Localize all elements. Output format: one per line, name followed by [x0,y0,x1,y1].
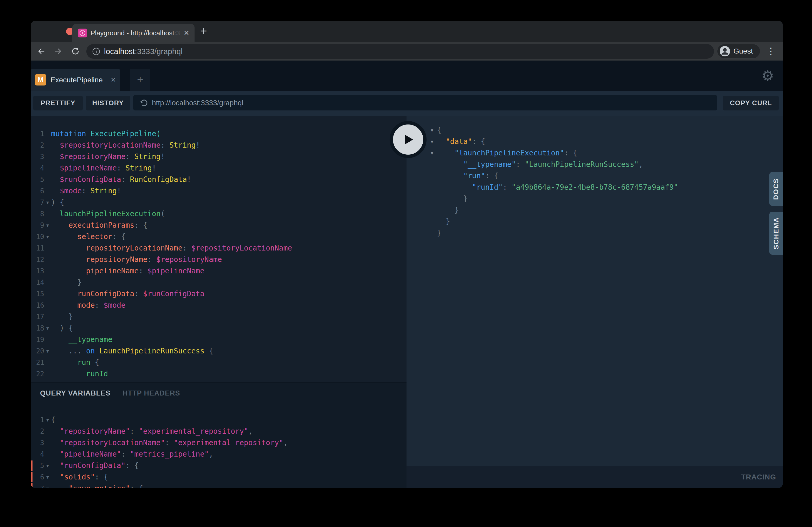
code-line: "__typename": "LaunchPipelineRunSuccess"… [407,159,783,170]
back-icon[interactable] [37,46,46,56]
browser-tab-close-icon[interactable]: ✕ [184,24,189,42]
refresh-endpoint-icon[interactable] [140,99,148,107]
code-line: ▾{ [407,124,783,136]
code-line: 13 pipelineName: $pipelineName [31,265,407,277]
collapse-spacer [407,159,437,170]
page-info-icon[interactable] [92,47,100,56]
collapse-spacer [407,227,437,239]
browser-tab-title: Playground - http://localhost:3 [90,24,182,42]
history-button[interactable]: HISTORY [86,96,130,110]
browser-tab[interactable]: Playground - http://localhost:3 ✕ [72,24,194,42]
fold-arrow-icon[interactable]: ▾ [44,471,51,483]
line-number: 2 [31,426,44,437]
code-text: "launchPipelineExecution": { [437,147,577,159]
code-text: $repositoryName: String! [51,151,165,162]
code-line: "runId": "a49b864a-79e2-4be8-b78c-687457… [407,182,783,193]
fold-spacer [44,139,51,151]
code-line: ▾ "launchPipelineExecution": { [407,147,783,159]
line-number: 4 [31,449,44,460]
code-line: 7▾) { [31,197,407,208]
code-line: 3 "repositoryLocationName": "experimenta… [31,437,407,449]
code-text: $pipelineName: String! [51,162,156,174]
playground-new-tab-button[interactable]: + [130,70,150,91]
collapse-spacer [407,170,437,182]
code-line: 1mutation ExecutePipeline( [31,128,407,139]
fold-spacer [44,368,51,380]
code-text: } [437,205,459,216]
code-line: } [407,193,783,205]
line-number: 9 [31,220,44,231]
code-line: 19 __typename [31,334,407,345]
code-text: } [51,277,82,288]
playground-tab-close-icon[interactable]: ✕ [111,69,116,91]
forward-icon[interactable] [54,46,63,56]
code-text: pipelineName: $pipelineName [51,265,204,277]
reload-icon[interactable] [71,46,80,56]
code-text: repositoryName: $repositoryName [51,254,222,265]
address-bar[interactable]: localhost:3333/graphql [86,44,714,59]
query-variables-panel: QUERY VARIABLES HTTP HEADERS 1▾{2 "repos… [31,382,407,488]
prettify-button[interactable]: PRETTIFY [33,96,83,110]
lint-error-marker [31,483,32,488]
browser-tab-strip: Playground - http://localhost:3 ✕ + [31,21,783,42]
variables-panel-tabs: QUERY VARIABLES HTTP HEADERS [31,382,407,404]
fold-arrow-icon[interactable]: ▾ [44,322,51,334]
tab-query-variables[interactable]: QUERY VARIABLES [40,389,111,397]
fold-arrow-icon[interactable]: ▾ [44,220,51,231]
code-text: executionParams: { [51,220,147,231]
line-number: 13 [31,265,44,277]
code-text: } [51,380,82,382]
line-number: 6 [31,185,44,197]
execute-play-button[interactable] [390,121,426,158]
response-pane[interactable]: ▾{▾ "data": {▾ "launchPipelineExecution"… [407,116,783,466]
docs-label: DOCS [772,178,780,199]
fold-arrow-icon[interactable]: ▾ [44,197,51,208]
code-line: 20▾ ... on LaunchPipelineRunSuccess { [31,345,407,357]
settings-gear-icon[interactable]: ⚙ [762,68,774,84]
schema-side-tab[interactable]: SCHEMA [769,212,783,255]
graphql-playground: M ExecutePipeline ✕ + ⚙ PRETTIFY HISTORY… [31,61,783,488]
docs-side-tab[interactable]: DOCS [769,172,783,206]
code-line: 1▾{ [31,414,407,426]
line-number: 2 [31,139,44,151]
code-line: } [407,205,783,216]
playground-tab-executepipeline[interactable]: M ExecutePipeline ✕ [31,69,120,91]
code-line: 2 "repositoryName": "experimental_reposi… [31,426,407,437]
variables-editor[interactable]: 1▾{2 "repositoryName": "experimental_rep… [31,404,407,488]
code-text: $mode: String! [51,185,121,197]
new-browser-tab-button[interactable]: + [200,21,207,42]
fold-spacer [44,254,51,265]
fold-arrow-icon[interactable]: ▾ [44,460,51,471]
code-line: 15 runConfigData: $runConfigData [31,288,407,300]
profile-button[interactable]: Guest [717,44,760,59]
code-text: $repositoryLocationName: String! [51,139,200,151]
fold-arrow-icon[interactable]: ▾ [44,231,51,242]
tab-http-headers[interactable]: HTTP HEADERS [122,389,180,397]
code-line: 23 } [31,380,407,382]
endpoint-input[interactable]: http://localhost:3333/graphql [133,95,717,110]
copy-curl-button[interactable]: COPY CURL [723,96,779,110]
code-text: ) { [51,322,73,334]
code-text: "runConfigData": { [51,460,139,471]
fold-arrow-icon[interactable]: ▾ [44,345,51,357]
code-line: 6▾ "solids": { [31,471,407,483]
line-number: 3 [31,437,44,449]
code-line: 5▾ "runConfigData": { [31,460,407,471]
avatar-icon [720,46,730,57]
fold-spacer [44,426,51,437]
code-line: } [407,216,783,227]
browser-menu-icon[interactable]: ⋮ [766,44,776,59]
code-text: runConfigData: $runConfigData [51,288,204,300]
code-text: { [51,414,55,426]
browser-toolbar: localhost:3333/graphql Guest ⋮ [31,42,783,61]
query-editor[interactable]: 1mutation ExecutePipeline(2 $repositoryL… [31,116,407,382]
code-line: 17 } [31,311,407,322]
line-number: 19 [31,334,44,345]
fold-spacer [44,311,51,322]
fold-arrow-icon[interactable]: ▾ [44,483,51,488]
code-line: "run": { [407,170,783,182]
tracing-bar[interactable]: TRACING [407,466,783,488]
line-number: 17 [31,311,44,322]
fold-arrow-icon[interactable]: ▾ [44,414,51,426]
collapse-spacer [407,205,437,216]
